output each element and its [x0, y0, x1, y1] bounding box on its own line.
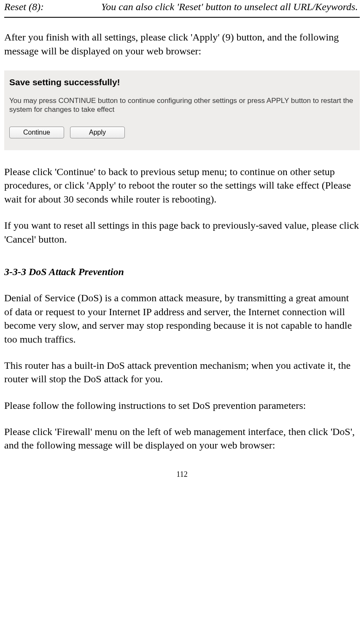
header-row: Reset (8): You can also click 'Reset' bu… [4, 0, 360, 18]
screenshot-buttons: Continue Apply [9, 127, 355, 138]
paragraph-continue: Please click 'Continue' to back to previ… [4, 165, 360, 206]
paragraph-dos-mechanism: This router has a built-in DoS attack pr… [4, 359, 360, 386]
screenshot-text: You may press CONTINUE button to continu… [9, 96, 355, 114]
section-heading: 3-3-3 DoS Attack Prevention [4, 265, 360, 278]
reset-desc: You can also click 'Reset' button to uns… [101, 0, 360, 14]
apply-button[interactable]: Apply [70, 127, 125, 138]
paragraph-intro: After you finish with all settings, plea… [4, 30, 360, 58]
page-number: 112 [4, 469, 360, 479]
paragraph-firewall: Please click 'Firewall' menu on the left… [4, 425, 360, 452]
screenshot-box: Save setting successfully! You may press… [4, 70, 360, 150]
paragraph-instructions: Please follow the following instructions… [4, 399, 360, 412]
paragraph-cancel: If you want to reset all settings in thi… [4, 219, 360, 246]
continue-button[interactable]: Continue [9, 127, 64, 138]
paragraph-dos-intro: Denial of Service (DoS) is a common atta… [4, 291, 360, 346]
screenshot-title: Save setting successfully! [9, 76, 355, 88]
reset-label: Reset (8): [4, 0, 101, 14]
